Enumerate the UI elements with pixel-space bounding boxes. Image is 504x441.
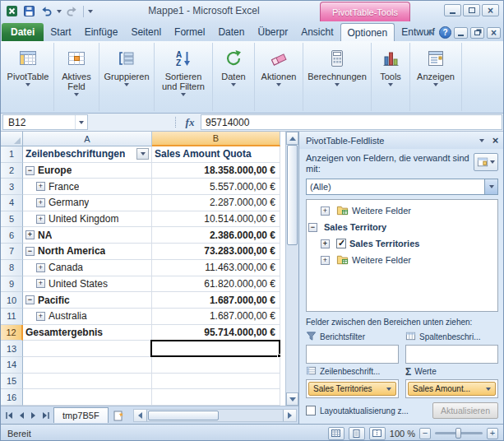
row-header[interactable]: 7 <box>1 244 23 260</box>
tab-ueberpruefen[interactable]: Überpr <box>251 23 294 41</box>
workbook-minimize-button[interactable] <box>454 27 468 39</box>
name-box-dropdown-icon[interactable] <box>75 115 87 129</box>
redo-icon[interactable] <box>65 4 79 18</box>
row-header[interactable]: 15 <box>1 374 23 390</box>
cell-b9[interactable]: 61.820.000,00 € <box>152 276 280 293</box>
row-header[interactable]: 13 <box>1 341 23 357</box>
row-header[interactable]: 5 <box>1 211 23 228</box>
chevron-down-icon[interactable] <box>484 179 497 194</box>
scroll-left-icon[interactable] <box>134 410 147 421</box>
next-sheet-icon[interactable] <box>27 408 39 422</box>
row-header[interactable]: 3 <box>1 179 23 195</box>
cell-b10[interactable]: 1.687.000,00 € <box>152 292 280 309</box>
expand-icon[interactable] <box>321 239 330 248</box>
row-header-selected[interactable]: 12 <box>1 325 23 341</box>
expand-icon[interactable] <box>36 263 45 272</box>
anzeigen-button[interactable]: Anzeigen <box>413 44 459 110</box>
cell-a13[interactable] <box>23 341 152 357</box>
cell-a16[interactable] <box>23 389 152 406</box>
row-header[interactable]: 1 <box>1 146 23 163</box>
tab-start[interactable]: Start <box>44 23 77 41</box>
horizontal-scrollbar[interactable] <box>133 409 297 422</box>
field-source-dropdown[interactable]: (Alle) <box>306 179 498 195</box>
expand-icon[interactable] <box>36 279 45 288</box>
row-header[interactable]: 8 <box>1 260 23 276</box>
row-header[interactable]: 6 <box>1 227 23 244</box>
cell-b13[interactable] <box>152 341 280 357</box>
expand-icon[interactable] <box>36 215 45 224</box>
pane-options-icon[interactable] <box>474 134 488 146</box>
tab-datei[interactable]: Datei <box>2 23 44 41</box>
cell-a15[interactable] <box>23 374 152 390</box>
cell-b6[interactable]: 2.386.000,00 € <box>152 227 280 244</box>
cell-a11[interactable]: Australia <box>23 309 152 325</box>
expand-icon[interactable] <box>321 207 330 216</box>
column-header-a[interactable]: A <box>23 132 152 146</box>
column-labels-area[interactable] <box>405 345 498 364</box>
cell-a5[interactable]: United Kingdom <box>23 211 152 228</box>
update-button[interactable]: Aktualisieren <box>432 402 498 419</box>
cell-b1[interactable]: Sales Amount Quota <box>152 146 280 163</box>
minimize-ribbon-icon[interactable] <box>423 26 437 39</box>
formula-input[interactable]: 95714000 <box>201 114 502 130</box>
aktives-feld-button[interactable]: Aktives Feld <box>57 44 96 110</box>
value-field-button[interactable]: Sales Amount... <box>408 382 496 396</box>
scroll-down-icon[interactable] <box>286 392 298 406</box>
cell-b16[interactable] <box>152 389 280 406</box>
zoom-slider[interactable] <box>435 432 483 434</box>
help-icon[interactable] <box>439 26 451 39</box>
tools-button[interactable]: Tools <box>374 44 407 110</box>
insert-worksheet-icon[interactable] <box>110 408 127 422</box>
cell-a2[interactable]: Europe <box>23 163 152 179</box>
tree-item-more-fields[interactable]: Weitere Felder <box>308 202 496 219</box>
page-break-view-icon[interactable] <box>369 427 386 440</box>
field-list-layout-button[interactable] <box>474 153 498 171</box>
report-filter-area[interactable] <box>306 345 399 364</box>
collapse-icon[interactable] <box>25 247 35 256</box>
excel-app-icon[interactable] <box>5 4 19 18</box>
cell-a10[interactable]: Pacific <box>23 292 152 309</box>
horizontal-scroll-thumb[interactable] <box>148 411 219 420</box>
cell-a7[interactable]: North America <box>23 244 152 260</box>
cell-a14[interactable] <box>23 357 152 374</box>
page-layout-view-icon[interactable] <box>349 427 365 440</box>
zoom-level-label[interactable]: 100 % <box>390 429 415 439</box>
zoom-in-icon[interactable] <box>487 428 498 439</box>
collapse-icon[interactable] <box>25 166 35 175</box>
vertical-scrollbar[interactable] <box>285 132 298 406</box>
expand-icon[interactable] <box>36 182 45 191</box>
cell-b7[interactable]: 73.283.000,00 € <box>152 244 280 260</box>
daten-button[interactable]: Daten <box>215 44 252 110</box>
minimize-button[interactable] <box>444 4 461 16</box>
tab-seitenlayout[interactable]: Seitenl <box>124 23 168 41</box>
berechnungen-button[interactable]: Berechnungen <box>306 44 368 110</box>
expand-icon[interactable] <box>321 256 330 265</box>
tab-einfuegen[interactable]: Einfüge <box>78 23 125 41</box>
field-checkbox[interactable] <box>336 239 346 248</box>
tab-optionen[interactable]: Optionen <box>340 23 395 41</box>
collapse-icon[interactable] <box>308 223 317 232</box>
row-header[interactable]: 10 <box>1 292 23 309</box>
row-header[interactable]: 14 <box>1 357 23 374</box>
cell-a12[interactable]: Gesamtergebnis <box>23 325 152 341</box>
maximize-button[interactable] <box>463 4 480 16</box>
row-labels-area[interactable]: Sales Territories <box>306 379 399 398</box>
values-area[interactable]: Sales Amount... <box>405 379 498 398</box>
cell-b14[interactable] <box>152 357 280 374</box>
expand-icon[interactable] <box>25 230 35 239</box>
row-header[interactable]: 4 <box>1 195 23 211</box>
cell-b2[interactable]: 18.358.000,00 € <box>152 163 280 179</box>
pane-close-icon[interactable] <box>488 134 502 146</box>
name-box[interactable]: B12 <box>2 114 88 130</box>
row-header[interactable]: 9 <box>1 276 23 293</box>
defer-layout-checkbox[interactable] <box>306 406 316 415</box>
select-all-corner[interactable] <box>1 132 23 146</box>
row-field-button[interactable]: Sales Territories <box>308 382 396 396</box>
row-header[interactable]: 16 <box>1 389 23 406</box>
cell-a1[interactable]: Zeilenbeschriftungen <box>23 146 152 163</box>
tab-formeln[interactable]: Formel <box>168 23 211 41</box>
save-icon[interactable] <box>22 4 36 18</box>
undo-icon[interactable] <box>39 4 53 18</box>
tab-daten[interactable]: Daten <box>211 23 251 41</box>
row-header[interactable]: 2 <box>1 163 23 179</box>
